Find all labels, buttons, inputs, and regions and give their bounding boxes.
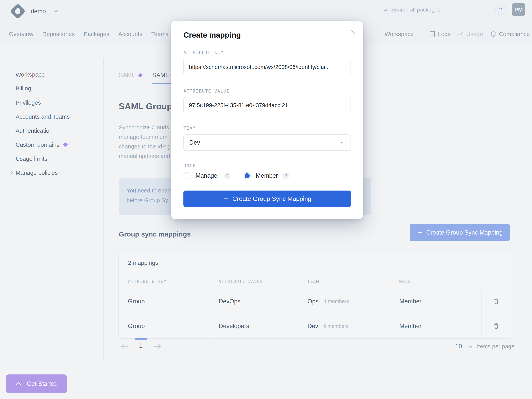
cell-attribute-key: Group [119,289,209,314]
section-heading: Group sync mappings [119,230,191,238]
help-question-icon: ? [499,7,502,13]
items-per-page-select[interactable]: 10 [455,343,462,350]
attribute-value-label: ATTRIBUTE VALUE [184,89,230,94]
pagination-page-1[interactable]: 1 [137,342,145,349]
radio-manager-label: Manager [196,172,219,179]
nav-item-overview[interactable]: Overview [9,31,33,37]
active-page-indicator [135,338,147,340]
team-select[interactable]: Dev [184,135,351,151]
help-button[interactable]: ? [495,4,506,15]
page-title: SAML Group [119,101,171,111]
column-header: ATTRIBUTE KEY [119,279,209,284]
radio-member-label: Member [256,172,278,179]
mappings-table: 2 mappings ATTRIBUTE KEY ATTRIBUTE VALUE… [118,252,511,339]
role-options: Manager ? Member ? [184,170,289,182]
arrow-left-icon [120,343,129,349]
sidebar-item-billing[interactable]: Billing [16,85,31,92]
column-header: TEAM [298,279,390,284]
usage-chart-icon [457,31,463,37]
column-header: ROLE [390,279,481,284]
chevron-down-icon [339,140,345,146]
org-switcher[interactable]: demo [12,5,59,18]
attribute-key-label: ATTRIBUTE KEY [184,50,223,55]
workspace-label: Workspace [385,24,414,44]
create-group-sync-mapping-button[interactable]: Create Group Sync Mapping [410,224,510,241]
sidebar-item-manage-policies[interactable]: Manage policies [16,169,58,176]
delete-mapping-button[interactable] [481,289,511,314]
cell-team: Dev 9 members [298,314,390,338]
warning-text: You need to enab before Group Sy [127,186,172,205]
cell-attribute-key: Group [119,314,209,338]
create-mapping-modal: Create mapping ATTRIBUTE KEY ATTRIBUTE V… [171,21,363,219]
tab-saml[interactable]: SAML [119,72,135,79]
sidebar-item-workspace[interactable]: Workspace [16,71,45,78]
sidebar-item-privileges[interactable]: Privileges [16,99,41,106]
mappings-count: 2 mappings [119,252,511,274]
cell-role: Member [390,314,481,338]
nav-item-usage[interactable]: Usage [457,24,483,44]
plus-icon [417,230,423,236]
team-label: TEAM [184,126,196,131]
sidebar-item-usage-limits[interactable]: Usage limits [16,155,47,162]
attribute-key-input[interactable] [184,59,351,75]
sidebar-active-indicator [9,126,9,137]
sidebar-divider [103,58,104,360]
nav-item-compliance[interactable]: Compliance [490,24,530,44]
sidebar-item-accounts-teams[interactable]: Accounts and Teams [16,113,70,120]
tab-saml-group-sync[interactable]: SAML G [152,72,171,79]
nav-item-repositories[interactable]: Repositories [42,31,75,37]
chevron-down-icon [53,9,59,14]
global-search[interactable] [379,3,489,16]
search-icon [383,7,388,13]
delete-mapping-button[interactable] [481,314,511,338]
app-logo-icon [10,3,26,19]
compliance-shield-icon [490,31,496,37]
plus-icon [223,196,229,202]
attribute-value-input[interactable] [184,97,351,113]
role-label: ROLE [184,163,196,168]
user-avatar[interactable]: PM [512,3,525,16]
modal-title: Create mapping [184,31,241,39]
cell-attribute-value: DevOps [209,289,298,314]
cell-attribute-value: Developers [209,314,298,338]
nav-divider [419,30,419,38]
table-header-row: ATTRIBUTE KEY ATTRIBUTE VALUE TEAM ROLE [119,274,511,289]
sidebar-item-custom-domains[interactable]: Custom domains [16,142,67,148]
table-row: Group DevOps Ops 4 members Member [119,289,511,314]
column-header: ATTRIBUTE VALUE [209,279,298,284]
table-row: Group Developers Dev 9 members Member [119,314,511,338]
active-tab-underline [152,83,171,84]
logs-icon [429,31,435,37]
nav-item-logs[interactable]: Logs [429,24,451,44]
close-icon [350,29,356,34]
chevron-right-icon [9,170,14,175]
cell-role: Member [390,289,481,314]
nav-item-packages[interactable]: Packages [84,31,109,37]
chevron-up-icon [15,381,22,386]
nav-item-teams[interactable]: Teams [151,31,168,37]
pagination-next-button[interactable] [153,342,162,350]
page-description: Synchronize Clouds manage team mem chang… [119,123,171,161]
nav-item-accounts[interactable]: Accounts [118,31,142,37]
radio-member[interactable] [244,172,251,179]
search-input[interactable] [391,7,484,13]
trash-icon [493,323,500,330]
team-member-count: 9 members [323,323,348,329]
primary-nav: Overview Repositories Packages Accounts … [9,24,168,44]
org-name: demo [31,8,46,15]
chevron-down-icon[interactable] [468,344,473,349]
create-group-sync-mapping-submit[interactable]: Create Group Sync Mapping [184,191,351,207]
get-started-button[interactable]: Get Started [6,374,67,393]
arrow-right-icon [153,343,162,349]
manager-help-icon[interactable]: ? [224,173,230,179]
member-help-icon[interactable]: ? [283,173,289,179]
radio-manager[interactable] [184,172,190,179]
team-member-count: 4 members [324,298,349,304]
sidebar-item-authentication[interactable]: Authentication [16,127,53,134]
cell-team: Ops 4 members [298,289,390,314]
close-button[interactable] [348,27,358,36]
pagination-prev-button[interactable] [120,342,129,350]
premium-diamond-icon [63,142,68,147]
team-select-value: Dev [189,139,200,146]
app-root: demo Overview Repositories Packages Acco… [0,0,532,399]
